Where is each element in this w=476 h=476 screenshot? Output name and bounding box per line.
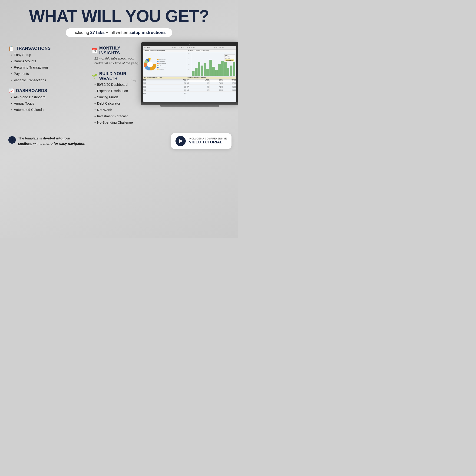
ss-right-panel: WHEN DO I SPEND MY MONEY? 800 (187, 50, 236, 102)
monthly-title: MONTHLY INSIGHTS (99, 46, 141, 55)
monthly-insights-section: 📅 MONTHLY INSIGHTS 12 monthly tabs (begi… (92, 44, 141, 66)
monthly-note: 12 monthly tabs (begin your budget at an… (92, 56, 141, 66)
pie-legend: Boat repairation Personal loan Credit Ca… (157, 59, 186, 70)
ss-left-panel: WHERE DOES MY MONEY GO? (143, 50, 187, 102)
bar (195, 68, 197, 76)
bar (204, 63, 206, 76)
ss-left-header: WHERE DOES MY MONEY GO? (143, 50, 187, 52)
laptop-mockup: 10,150.00 TOTAL $ 40.00 $ 77.00 $ -57.00… (141, 42, 238, 107)
monthly-icon: 📅 (92, 48, 97, 53)
bar (192, 71, 195, 76)
transactions-header: 📋 TRANSACTIONS (8, 46, 87, 51)
list-item: Variable Transactions (11, 77, 87, 83)
spreadsheet-mockup: 10,150.00 TOTAL $ 40.00 $ 77.00 $ -57.00… (143, 46, 236, 102)
setup-instructions-highlight: setup instructions (129, 30, 166, 35)
laptop-stand (160, 105, 219, 107)
ss-table-header-row: DATE PERC. (143, 79, 187, 80)
bar (201, 66, 203, 76)
ss-header-cell: DATE (143, 79, 168, 80)
monthly-insights-header: 📅 MONTHLY INSIGHTS (92, 46, 141, 55)
list-item: Recurring Transactions (11, 64, 87, 71)
list-item: Debt Calculator (94, 101, 141, 107)
date-info-box: DATE Start Date End Date SUB-CATEGORY (224, 54, 236, 62)
ss-bottom-table-right: WHEN DO I SPEND MY MONEY ? DATE INCOME T… (187, 77, 236, 102)
laptop-screen: 10,150.00 TOTAL $ 40.00 $ 77.00 $ -57.00… (143, 46, 236, 102)
list-item: No-Spending Challenge (94, 119, 141, 126)
list-item: Expense Distribution (94, 88, 141, 94)
legend-item: Personal loan (157, 61, 186, 62)
list-item: All-in-one Dashboard (11, 94, 87, 101)
features-column: 📋 TRANSACTIONS Easy Setup Bank Accounts … (8, 44, 87, 127)
page-background: WHAT WILL YOU GET? Including 27 tabs + f… (0, 0, 238, 238)
ss-cell: 10,150.00 (143, 46, 166, 50)
laptop-base (141, 102, 238, 105)
transactions-icon: 📋 (8, 46, 14, 51)
video-tutorial-badge[interactable]: INCLUDES A COMPREHENSIVE VIDEO TUTORIAL (171, 133, 232, 149)
ss-top-row: 10,150.00 TOTAL $ 40.00 $ 77.00 $ -57.00… (143, 46, 236, 50)
tabs-count: 27 tabs (90, 30, 105, 35)
legend-item: Kids school (157, 68, 186, 70)
play-button[interactable] (175, 136, 186, 146)
bar (230, 66, 232, 76)
laptop-column: 10,150.00 TOTAL $ 40.00 $ 77.00 $ -57.00… (141, 44, 238, 127)
dashboards-title: DASHBOARDS (16, 88, 47, 93)
ss-bottom-header-left: WHERE DOES MY MONEY GO ? (143, 77, 187, 79)
bottom-section: i The template is divided into foursecti… (0, 130, 238, 151)
legend-item: Boat repairation (157, 59, 186, 60)
page-title: WHAT WILL YOU GET? (0, 7, 238, 25)
list-item: Payments (11, 71, 87, 77)
dashboards-header: 📈 DASHBOARDS (8, 88, 87, 94)
dashboards-list: All-in-one Dashboard Annual Totals Autom… (8, 94, 87, 113)
ss-data-row: 250.003.7% (143, 93, 187, 94)
legend-items: Boat repairation Personal loan Credit Ca… (157, 59, 186, 70)
ss-cell: TOTAL $ 40.00 $ 77.00 $ -57.00 (166, 46, 201, 50)
bar (215, 70, 218, 76)
legend-item: Credit Card Jess (157, 63, 186, 64)
bar (218, 64, 221, 76)
bar (212, 67, 215, 76)
ss-right-header: WHEN DO I SPEND MY MONEY? (187, 50, 236, 52)
legend-item: Credit Card John (157, 66, 186, 68)
laptop-camera (189, 44, 190, 45)
info-box: i The template is divided into foursecti… (8, 136, 166, 146)
bar (221, 61, 224, 76)
bar (233, 62, 235, 76)
subtitle-pill: Including 27 tabs + full written setup i… (66, 28, 172, 37)
pie-chart (144, 58, 156, 70)
list-item: Investment Forecast (94, 113, 141, 119)
bar (198, 62, 200, 76)
laptop-frame: 10,150.00 TOTAL $ 40.00 $ 77.00 $ -57.00… (141, 42, 238, 102)
dashboards-section: 📈 DASHBOARDS All-in-one Dashboard Annual… (8, 86, 87, 114)
transactions-list: Easy Setup Bank Accounts Recurring Trans… (8, 52, 87, 84)
bar (209, 60, 212, 76)
ss-header-cell: PERC. (168, 79, 187, 80)
ss-main: WHERE DOES MY MONEY GO? (143, 50, 236, 102)
ss-right-table-body: 1-Jan $ 5,160.00 $ 690.00 $ 4,460.00 2-J… (187, 80, 236, 92)
header-section: WHAT WILL YOU GET? Including 27 tabs + f… (0, 0, 238, 39)
list-item: Sinking Funds (94, 94, 141, 101)
ss-table-body: 600.008.8% 550.008.0% 500.007.3% 500.007… (143, 80, 187, 94)
video-label-main: VIDEO TUTORIAL (189, 140, 227, 145)
wealth-icon: 🌱 (92, 73, 97, 79)
list-item: Annual Totals (11, 101, 87, 107)
list-item: Net Worth (94, 107, 141, 113)
list-item: Automated Calendar (11, 107, 87, 113)
ss-data-row: 8-Jan $ 0.00 $ 230.00 $ 2,800.00 (187, 90, 236, 92)
wealth-list: 50/30/20 Dashboard Expense Distribution … (92, 82, 141, 126)
transactions-section: 📋 TRANSACTIONS Easy Setup Bank Accounts … (8, 44, 87, 84)
play-icon (179, 139, 183, 143)
info-icon: i (8, 136, 16, 144)
ss-bottom-header-right: WHEN DO I SPEND MY MONEY ? (187, 77, 236, 79)
transactions-title: TRANSACTIONS (16, 46, 51, 51)
content-area: 📋 TRANSACTIONS Easy Setup Bank Accounts … (0, 39, 238, 129)
subtitle-text: Including 27 tabs + full written setup i… (72, 30, 166, 35)
video-text: INCLUDES A COMPREHENSIVE VIDEO TUTORIAL (189, 137, 227, 145)
y-axis-labels: 800 600 400 200 0 (188, 53, 191, 76)
ss-bar-area: 800 600 400 200 0 (187, 52, 236, 77)
info-text: The template is divided into foursection… (18, 136, 85, 146)
bar (227, 68, 229, 76)
video-label-top: INCLUDES A COMPREHENSIVE (189, 137, 227, 140)
ss-bottom-table-left: WHERE DOES MY MONEY GO ? DATE PERC. (143, 77, 187, 102)
ss-table-header-right: DATE INCOME TOT.EXP BALANCE (187, 79, 236, 80)
legend-item: Pets (157, 64, 186, 66)
